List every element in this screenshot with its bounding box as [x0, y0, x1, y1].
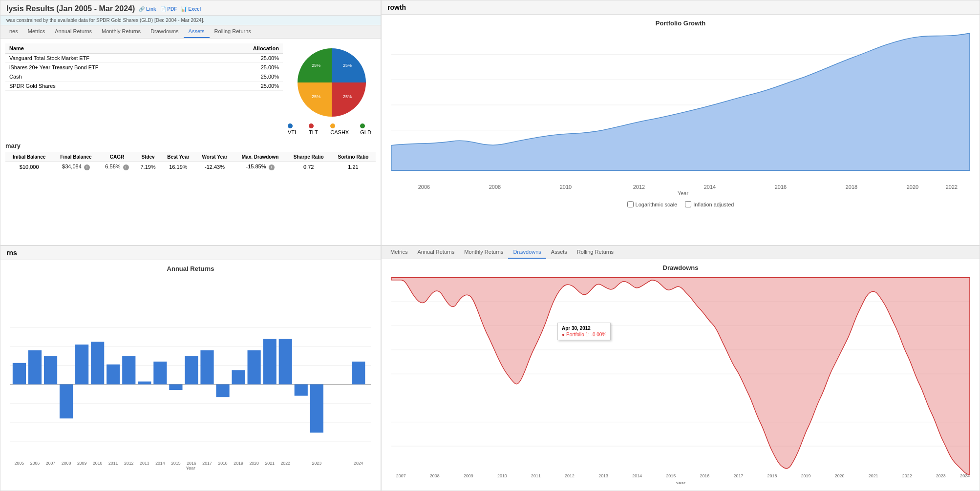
excel-link[interactable]: 📊 Excel	[181, 6, 201, 12]
drawdowns-title: Drawdowns	[382, 259, 980, 274]
svg-rect-37	[185, 356, 198, 384]
info-icon: i	[269, 164, 275, 170]
svg-text:Year: Year	[676, 480, 686, 484]
val-final: $34,084 i	[53, 162, 99, 172]
tab-nes[interactable]: nes	[4, 25, 23, 38]
portfolio-growth-title: Portfolio Growth	[382, 15, 980, 29]
bl-header: rns	[0, 246, 381, 260]
svg-text:2020: 2020	[907, 184, 918, 190]
col-cagr: CAGR	[99, 152, 135, 162]
svg-rect-33	[122, 356, 135, 384]
svg-text:2023: 2023	[936, 473, 946, 478]
tab-drawdowns[interactable]: Drawdowns	[146, 25, 183, 38]
svg-text:2024: 2024	[354, 461, 363, 466]
x-axis-svg: 2006 2008 2010 2012 2014 2016 2018 2020 …	[391, 182, 970, 196]
val-sortino: 1.21	[331, 162, 376, 172]
svg-text:2012: 2012	[124, 461, 134, 466]
svg-rect-44	[295, 384, 308, 395]
br-tab-metrics[interactable]: Metrics	[385, 246, 412, 259]
svg-rect-29	[60, 384, 73, 418]
asset-name: iShares 20+ Year Treasury Bond ETF	[5, 63, 211, 72]
svg-rect-35	[153, 362, 167, 385]
svg-text:2012: 2012	[633, 184, 645, 190]
constraint-notice: was constrained by the available data fo…	[0, 16, 381, 25]
svg-text:2017: 2017	[202, 461, 212, 466]
svg-text:2009: 2009	[77, 461, 87, 466]
summary-table: Initial Balance Final Balance CAGR Stdev…	[5, 152, 376, 172]
legend-gld: GLD	[360, 123, 376, 135]
svg-text:2015: 2015	[666, 473, 676, 478]
drawdown-svg: 2007 2008 2009 2010 2011 2012 2013 2014 …	[391, 274, 970, 484]
link-link[interactable]: 🔗 Link	[139, 6, 156, 12]
svg-text:2016: 2016	[775, 184, 787, 190]
svg-text:2014: 2014	[704, 184, 716, 190]
tl-title: lysis Results (Jan 2005 - Mar 2024) 🔗 Li…	[6, 4, 375, 13]
col-max-drawdown: Max. Drawdown	[234, 152, 287, 162]
val-initial: $10,000	[5, 162, 53, 172]
svg-rect-27	[28, 350, 42, 385]
svg-rect-28	[44, 356, 57, 384]
asset-name: Cash	[5, 72, 211, 82]
br-tab-rolling[interactable]: Rolling Returns	[572, 246, 618, 259]
col-sharpe: Sharpe Ratio	[286, 152, 331, 162]
tl-header: lysis Results (Jan 2005 - Mar 2024) 🔗 Li…	[0, 0, 381, 16]
nav-tabs: nes Metrics Annual Returns Monthly Retur…	[0, 25, 381, 39]
allocation-header: Allocation	[211, 43, 283, 54]
info-icon: i	[123, 164, 129, 170]
inflation-checkbox[interactable]: Inflation adjusted	[685, 201, 734, 207]
br-tab-assets[interactable]: Assets	[546, 246, 572, 259]
analysis-title: lysis Results (Jan 2005 - Mar 2024)	[6, 4, 135, 13]
svg-rect-39	[216, 384, 229, 397]
log-scale-checkbox[interactable]: Logarithmic scale	[627, 201, 678, 207]
pdf-link[interactable]: 📄 PDF	[160, 6, 177, 12]
tab-monthly-returns[interactable]: Monthly Returns	[97, 25, 146, 38]
drawdown-chart-area: 2007 2008 2009 2010 2011 2012 2013 2014 …	[382, 274, 980, 484]
val-stdev: 7.19%	[135, 162, 161, 172]
svg-text:2016: 2016	[700, 473, 709, 478]
growth-chart	[391, 29, 970, 181]
info-icon: i	[84, 164, 90, 170]
svg-text:2011: 2011	[531, 473, 541, 478]
tab-metrics[interactable]: Metrics	[23, 25, 50, 38]
svg-rect-34	[138, 382, 151, 385]
table-row: Vanguard Total Stock Market ETF 25.00%	[5, 54, 283, 63]
svg-rect-41	[248, 350, 261, 385]
svg-text:2006: 2006	[418, 184, 430, 190]
svg-text:2021: 2021	[265, 461, 275, 466]
br-tab-drawdowns[interactable]: Drawdowns	[508, 246, 546, 259]
svg-text:2005: 2005	[15, 461, 24, 466]
tr-header: rowth	[382, 0, 980, 15]
svg-text:2019: 2019	[801, 473, 811, 478]
assets-table: Name Allocation Vanguard Total Stock Mar…	[5, 43, 283, 137]
tab-rolling-returns[interactable]: Rolling Returns	[210, 25, 256, 38]
col-sortino: Sortino Ratio	[331, 152, 376, 162]
svg-text:2014: 2014	[155, 461, 165, 466]
svg-text:2006: 2006	[30, 461, 40, 466]
svg-rect-31	[91, 342, 104, 384]
tab-annual-returns[interactable]: Annual Returns	[50, 25, 97, 38]
svg-text:2020: 2020	[835, 473, 845, 478]
pie-legend: VTI TLT CASHX GLD	[288, 122, 376, 137]
svg-text:2022: 2022	[281, 461, 291, 466]
svg-text:2010: 2010	[93, 461, 103, 466]
tab-assets[interactable]: Assets	[184, 25, 210, 38]
val-worst: -12.43%	[195, 162, 234, 172]
svg-text:2018: 2018	[846, 184, 857, 190]
legend-cashx: CASHX	[330, 123, 352, 135]
tooltip-date: Apr 30, 2012	[562, 326, 606, 331]
bottom-left-panel: rns Annual Returns	[0, 246, 381, 491]
svg-text:2009: 2009	[464, 473, 473, 478]
top-right-panel: rowth Portfolio Growth 2006 20	[381, 0, 980, 246]
asset-alloc: 25.00%	[211, 54, 283, 63]
svg-text:2021: 2021	[869, 473, 878, 478]
table-row: Cash 25.00%	[5, 72, 283, 82]
br-tab-annual[interactable]: Annual Returns	[412, 246, 459, 259]
col-stdev: Stdev	[135, 152, 161, 162]
svg-text:2014: 2014	[632, 473, 642, 478]
annual-chart-area: 2005 2006 2007 2008 2009 2010 2011 2012 …	[0, 275, 381, 475]
annual-chart: 2005 2006 2007 2008 2009 2010 2011 2012 …	[10, 275, 371, 475]
svg-text:25%: 25%	[343, 63, 352, 68]
br-tab-monthly[interactable]: Monthly Returns	[459, 246, 508, 259]
asset-alloc: 25.00%	[211, 82, 283, 91]
top-left-panel: lysis Results (Jan 2005 - Mar 2024) 🔗 Li…	[0, 0, 381, 246]
